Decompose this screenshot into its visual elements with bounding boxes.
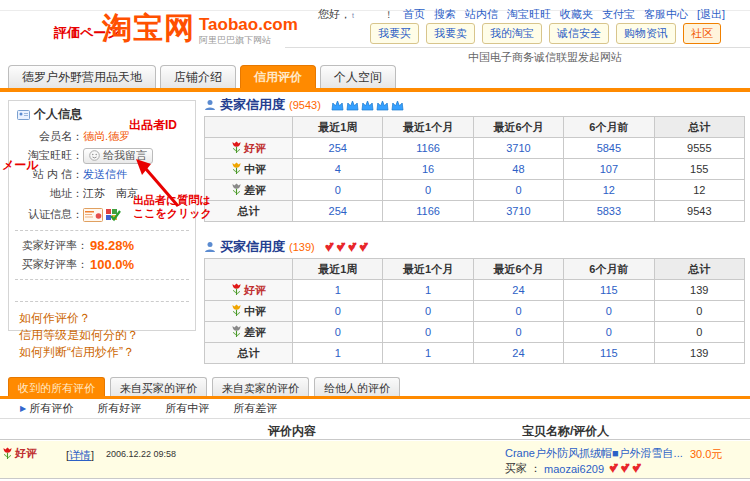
heart-icon: ♥♥: [620, 462, 629, 475]
credit-value[interactable]: 3710: [473, 138, 563, 159]
credit-value[interactable]: 0: [293, 322, 383, 343]
credit-value[interactable]: 5833: [564, 201, 654, 222]
reviews-subtab-0[interactable]: 所有评价: [20, 401, 73, 416]
detail-link[interactable]: 详情: [69, 449, 91, 461]
credit-value[interactable]: 16: [383, 159, 473, 180]
logo-right: Taobao.com 阿里巴巴旗下网站: [199, 16, 298, 47]
spacer: [9, 285, 195, 296]
taobao-logo[interactable]: 淘宝网 Taobao.com 阿里巴巴旗下网站: [102, 12, 298, 47]
heart-icon: ♥♥: [325, 241, 334, 254]
header-button-5[interactable]: 社区: [683, 23, 721, 44]
credit-value[interactable]: 107: [564, 159, 654, 180]
greeting-username: t: [352, 12, 354, 19]
buyer-label: 买家 ：: [505, 461, 541, 476]
credit-value[interactable]: 1: [293, 280, 383, 301]
send-letter-link[interactable]: 发送信件: [83, 167, 127, 182]
reviews-subtab-1[interactable]: 所有好评: [97, 401, 141, 416]
credit-value[interactable]: 0: [293, 301, 383, 322]
nav-mark: ！: [384, 8, 394, 22]
heart-icon: ♥♥: [336, 241, 345, 254]
verified-check-icon: [105, 207, 121, 222]
nav-link-3[interactable]: 淘宝旺旺: [507, 7, 551, 22]
credit-value[interactable]: 0: [473, 301, 563, 322]
nav-link-6[interactable]: 客服中心: [644, 7, 688, 22]
reviews-tab-3[interactable]: 给他人的评价: [314, 377, 400, 397]
credit-value[interactable]: 48: [473, 159, 563, 180]
credit-row: 总计2541166371058339543: [205, 201, 745, 222]
reviews-tab-2[interactable]: 来自卖家的评价: [212, 377, 309, 397]
credit-value[interactable]: 115: [564, 280, 654, 301]
header-button-3[interactable]: 诚信安全: [549, 23, 609, 44]
credit-value[interactable]: 1: [383, 343, 473, 364]
wangwang-face-icon: [89, 150, 100, 161]
credit-content: 卖家信用度 (9543) 最近1周最近1个月最近6个月6个月前总计好评25411…: [204, 96, 745, 372]
credit-value[interactable]: 1: [383, 280, 473, 301]
header-rule: [285, 47, 750, 48]
help-link-2[interactable]: 如何判断“信用炒作”？: [19, 344, 185, 361]
credit-value[interactable]: 3710: [473, 201, 563, 222]
credit-value[interactable]: 254: [293, 138, 383, 159]
nav-link-7[interactable]: [退出]: [697, 7, 725, 22]
shop-tab-3[interactable]: 个人空间: [320, 65, 396, 88]
credit-col-header: 最近1周: [293, 259, 383, 280]
header-button-2[interactable]: 我的淘宝: [482, 23, 542, 44]
credit-value[interactable]: 12: [564, 180, 654, 201]
credit-value[interactable]: 24: [473, 280, 563, 301]
credit-col-header: 最近1个月: [383, 259, 473, 280]
nav-link-5[interactable]: 支付宝: [602, 7, 635, 22]
buyer-name-link[interactable]: maozai6209: [544, 463, 604, 475]
header-greeting-row: 您好，t ！ 首页搜索站内信淘宝旺旺收藏夹支付宝客服中心[退出]: [318, 7, 725, 22]
shop-tab-1[interactable]: 店铺介绍: [160, 65, 236, 88]
header-button-1[interactable]: 我要卖: [426, 23, 475, 44]
address-value: 江苏 南京: [83, 186, 138, 201]
help-link-0[interactable]: 如何作评价？: [19, 310, 185, 327]
nav-link-0[interactable]: 首页: [403, 7, 425, 22]
id-card-cert-icon: [83, 208, 103, 222]
credit-value[interactable]: 0: [473, 322, 563, 343]
credit-value[interactable]: 0: [564, 301, 654, 322]
reviews-subtab-2[interactable]: 所有中评: [165, 401, 209, 416]
credit-value[interactable]: 0: [383, 301, 473, 322]
shop-tab-0[interactable]: 德罗户外野营用品天地: [8, 65, 156, 88]
nav-link-4[interactable]: 收藏夹: [560, 7, 593, 22]
credit-value[interactable]: 115: [564, 343, 654, 364]
shop-tabs: 德罗户外野营用品天地店铺介绍信用评价个人空间: [8, 65, 396, 88]
nav-link-1[interactable]: 搜索: [434, 7, 456, 22]
crown-icon: [331, 100, 344, 111]
credit-value[interactable]: 0: [383, 180, 473, 201]
logo-subtitle: 阿里巴巴旗下网站: [199, 34, 298, 47]
taobao-credit-page: 評価ページ 淘宝网 Taobao.com 阿里巴巴旗下网站 您好，t ！ 首页搜…: [0, 0, 750, 481]
review-row: 好评 [详情] 2006.12.22 09:58 Crane户外防风抓绒帽■户外…: [0, 441, 750, 479]
credit-row-label: 中评: [205, 301, 293, 322]
review-item-link[interactable]: Crane户外防风抓绒帽■户外滑雪自...: [505, 446, 683, 461]
credit-value[interactable]: 1166: [383, 138, 473, 159]
seller-credit-table: 最近1周最近1个月最近6个月6个月前总计好评254116637105845955…: [204, 116, 745, 222]
nav-link-2[interactable]: 站内信: [465, 7, 498, 22]
credit-value[interactable]: 0: [293, 180, 383, 201]
header-button-4[interactable]: 购物资讯: [616, 23, 676, 44]
seller-rate-row: 卖家好评率： 98.28%: [9, 236, 195, 255]
seller-rate-value: 98.28%: [90, 236, 134, 255]
header-button-0[interactable]: 我要买: [370, 23, 419, 44]
credit-value[interactable]: 24: [473, 343, 563, 364]
reviews-tab-1[interactable]: 来自买家的评价: [110, 377, 207, 397]
credit-value[interactable]: 0: [473, 180, 563, 201]
certification-icons: [83, 207, 121, 222]
credit-value[interactable]: 1: [293, 343, 383, 364]
crown-icon: [376, 100, 389, 111]
review-price: 30.0元: [690, 447, 722, 462]
credit-value[interactable]: 0: [564, 322, 654, 343]
credit-value[interactable]: 4: [293, 159, 383, 180]
credit-row-label: 中评: [205, 159, 293, 180]
credit-value[interactable]: 5845: [564, 138, 654, 159]
credit-total-value: 139: [654, 343, 744, 364]
credit-value[interactable]: 0: [383, 322, 473, 343]
credit-value[interactable]: 1166: [383, 201, 473, 222]
help-link-1[interactable]: 信用等级是如何分的？: [19, 327, 185, 344]
reviews-subtab-3[interactable]: 所有差评: [233, 401, 277, 416]
shop-tab-2[interactable]: 信用评价: [240, 65, 316, 88]
credit-row: 中评41648107155: [205, 159, 745, 180]
reviews-tab-0[interactable]: 收到的所有评价: [8, 377, 105, 397]
credit-row-label: 差评: [205, 322, 293, 343]
credit-value[interactable]: 254: [293, 201, 383, 222]
